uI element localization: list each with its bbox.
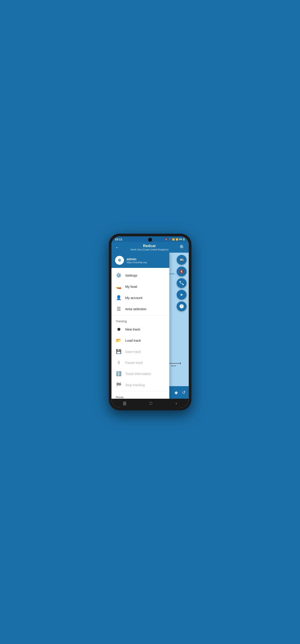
drawer-item-new-track[interactable]: ⏺ New track: [111, 324, 170, 335]
pause-track-label: Pause track: [125, 361, 143, 364]
home-button[interactable]: □: [145, 400, 157, 406]
recent-apps-button[interactable]: |||: [119, 400, 131, 406]
status-icons: 🔇 📍 📶 📶 9%🔋: [165, 238, 185, 240]
app-bar-title: Redcar: [120, 244, 179, 248]
settings-label: Settings: [125, 274, 137, 277]
route-fab[interactable]: [177, 278, 187, 288]
new-track-label: New track: [125, 327, 140, 331]
location-fab[interactable]: ➤: [177, 290, 187, 300]
back-nav-button[interactable]: ‹: [171, 400, 181, 406]
divider-2: [111, 391, 170, 392]
pause-track-icon: ⏸: [116, 360, 122, 365]
speed-action-2[interactable]: ↺: [182, 390, 186, 395]
mute-fab[interactable]: 🔇: [177, 266, 187, 276]
user-avatar: ☸: [115, 256, 124, 265]
boat-fab[interactable]: 🚢: [177, 255, 187, 265]
area-selection-icon: ☰: [116, 306, 122, 312]
battery-icon: 9%🔋: [179, 238, 185, 240]
new-track-icon: ⏺: [116, 327, 122, 332]
phone-screen: 15:11 🔇 📍 📶 📶 9%🔋 ← Redcar North Sea (Co…: [111, 236, 189, 408]
drawer-item-pause-track[interactable]: ⏸ Pause track: [111, 357, 170, 368]
speed-action-1[interactable]: ◆: [174, 390, 178, 395]
location-status-icon: 📍: [168, 238, 171, 240]
user-info: admin https://navship.org: [127, 257, 147, 264]
mute-icon: 🔇: [165, 238, 168, 240]
user-url: https://navship.org: [127, 261, 147, 264]
user-name: admin: [127, 257, 147, 261]
drawer-item-my-boat[interactable]: 🚤 My boat: [111, 281, 170, 292]
tracking-section-label: Tracking: [111, 316, 170, 324]
area-selection-label: Area selection: [125, 307, 147, 311]
drawer-item-track-information[interactable]: ℹ️ Track information: [111, 368, 170, 379]
map-fabs: 🚢 🔇 ➤ 🕐: [177, 255, 187, 311]
drawer-header: ☸ admin https://navship.org: [111, 253, 170, 268]
speed-actions: ◆ ↺: [174, 390, 186, 395]
route-section-label: Route: [111, 392, 170, 399]
app-bar-subtitle: North Sea (Coast United Kingdom): [120, 248, 179, 251]
route-fab-icon: [179, 281, 184, 286]
stop-tracking-label: Stop tracking: [125, 383, 145, 387]
app-bar: ← Redcar North Sea (Coast United Kingdom…: [111, 242, 189, 253]
status-time: 15:11: [115, 238, 122, 241]
drawer-item-load-track[interactable]: 📂 Load track: [111, 335, 170, 346]
signal-icon: 📶: [176, 238, 178, 240]
drawer-item-area-selection[interactable]: ☰ Area selection: [111, 303, 170, 314]
helm-icon: ☸: [118, 258, 121, 263]
divider-1: [111, 315, 170, 316]
drawer-item-settings[interactable]: ⚙️ Settings: [111, 270, 170, 281]
phone-frame: 15:11 🔇 📍 📶 📶 9%🔋 ← Redcar North Sea (Co…: [109, 234, 191, 410]
load-track-label: Load track: [125, 338, 141, 342]
drawer-item-stop-tracking[interactable]: 🏁 Stop tracking: [111, 379, 170, 390]
my-boat-label: My boat: [125, 285, 137, 288]
save-track-icon: 💾: [116, 349, 122, 354]
track-information-icon: ℹ️: [116, 371, 122, 376]
my-account-label: My account: [125, 296, 143, 300]
stop-tracking-icon: 🏁: [116, 382, 122, 388]
load-track-icon: 📂: [116, 338, 122, 343]
search-button[interactable]: 🔍: [179, 244, 186, 251]
drawer-items: ⚙️ Settings 🚤 My boat 👤 My account ☰ Are…: [111, 268, 170, 399]
nav-drawer: ☸ admin https://navship.org ⚙️ Settings …: [111, 253, 170, 399]
back-button[interactable]: ←: [114, 244, 120, 251]
app-bar-center: Redcar North Sea (Coast United Kingdom): [120, 244, 179, 251]
svg-text:34 km: 34 km: [171, 365, 176, 367]
drawer-item-my-account[interactable]: 👤 My account: [111, 292, 170, 303]
camera-notch: [148, 238, 152, 242]
settings-icon: ⚙️: [116, 272, 122, 278]
save-track-label: Save track: [125, 350, 141, 354]
my-boat-icon: 🚤: [116, 284, 122, 289]
my-account-icon: 👤: [116, 295, 122, 300]
drawer-item-save-track[interactable]: 💾 Save track: [111, 346, 170, 357]
wifi-icon: 📶: [172, 238, 175, 240]
track-information-label: Track information: [125, 372, 151, 376]
nav-bar: ||| □ ‹: [111, 399, 189, 408]
clock-fab[interactable]: 🕐: [177, 302, 187, 311]
main-content: ⚓ Holt Cromer Norwich Beccles Great Yarm…: [111, 253, 189, 399]
